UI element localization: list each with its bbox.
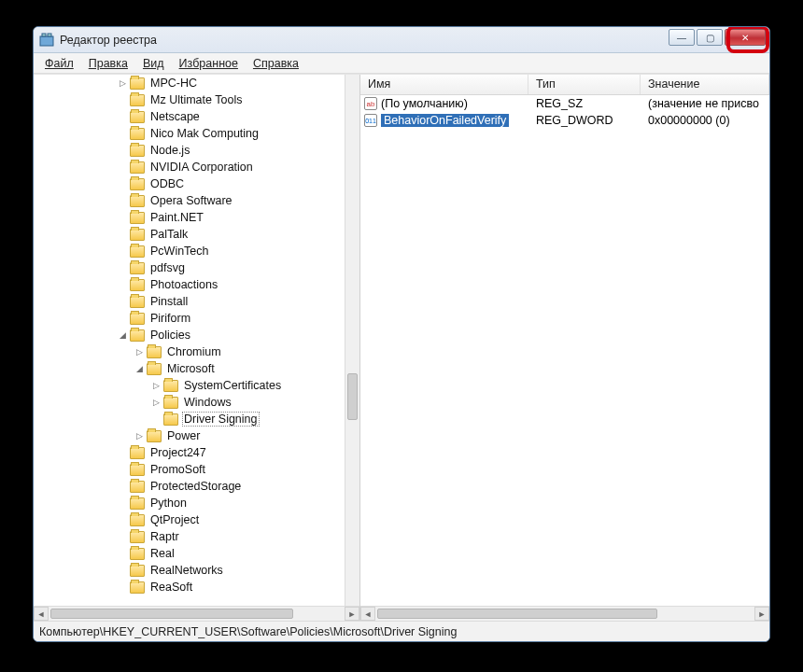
scrollbar-thumb[interactable]	[347, 373, 358, 420]
folder-icon	[130, 111, 145, 123]
menu-view[interactable]: Вид	[135, 55, 172, 72]
tree-node[interactable]: Node.js	[34, 142, 345, 159]
column-type[interactable]: Тип	[528, 75, 641, 94]
expand-placeholder	[118, 498, 128, 509]
folder-icon	[130, 262, 145, 274]
tree-node[interactable]: Nico Mak Computing	[34, 125, 345, 142]
tree-node[interactable]: Real	[34, 545, 345, 562]
tree-node-label: Driver Signing	[182, 412, 260, 427]
expand-icon[interactable]: ▷	[134, 431, 145, 441]
menu-help[interactable]: Справка	[246, 55, 306, 72]
scroll-right-icon[interactable]: ►	[345, 607, 359, 621]
tree-vertical-scrollbar[interactable]	[345, 75, 359, 606]
tree-node[interactable]: ▷Windows	[34, 394, 345, 411]
tree-node-label: Photoactions	[148, 278, 219, 291]
scroll-left-icon[interactable]: ◄	[360, 607, 375, 621]
tree-node-label: Python	[148, 497, 189, 510]
svg-rect-1	[42, 34, 46, 36]
folder-icon	[130, 581, 145, 594]
tree-node[interactable]: ▷SystemCertificates	[34, 377, 345, 394]
tree-node-label: pdfsvg	[148, 261, 187, 274]
tree-node[interactable]: Mz Ultimate Tools	[34, 91, 345, 108]
tree-node[interactable]: Project247	[34, 444, 345, 461]
tree-node[interactable]: Pinstall	[34, 293, 345, 310]
tree-node[interactable]: Driver Signing	[34, 411, 345, 427]
tree-node[interactable]: Paint.NET	[34, 209, 345, 226]
menu-file[interactable]: Файл	[37, 55, 81, 72]
tree-node[interactable]: ◢Microsoft	[34, 360, 345, 377]
tree-node-label: RealNetworks	[148, 564, 225, 577]
tree-node-label: SystemCertificates	[182, 379, 283, 392]
menu-edit[interactable]: Правка	[81, 55, 135, 72]
tree-node[interactable]: ▷Chromium	[34, 343, 345, 360]
tree-node[interactable]: pdfsvg	[34, 259, 345, 276]
close-button[interactable]: ✕	[725, 29, 766, 46]
tree-node-label: Real	[148, 547, 176, 560]
tree-horizontal-scrollbar[interactable]: ◄ ►	[34, 606, 359, 621]
tree-node[interactable]: ReaSoft	[34, 579, 345, 595]
folder-icon	[130, 313, 145, 325]
values-header[interactable]: Имя Тип Значение	[360, 75, 769, 95]
tree-node[interactable]: Opera Software	[34, 192, 345, 209]
tree-node[interactable]: PcWinTech	[34, 243, 345, 259]
tree-node-label: Microsoft	[165, 362, 217, 375]
tree-node-label: Windows	[182, 396, 233, 409]
expand-placeholder	[118, 263, 128, 273]
tree-node[interactable]: ODBC	[34, 175, 345, 192]
tree-node[interactable]: QtProject	[34, 511, 345, 528]
tree-node[interactable]: Piriform	[34, 310, 345, 327]
regedit-window: Редактор реестра — ▢ ✕ Файл Правка Вид И…	[33, 26, 770, 642]
minimize-button[interactable]: —	[669, 29, 695, 46]
tree-node[interactable]: NVIDIA Corporation	[34, 159, 345, 175]
folder-icon	[130, 245, 145, 258]
expand-placeholder	[118, 196, 128, 206]
expand-placeholder	[118, 465, 128, 475]
registry-tree[interactable]: ▷MPC-HCMz Ultimate ToolsNetscapeNico Mak…	[34, 75, 359, 606]
collapse-icon[interactable]: ◢	[134, 364, 145, 374]
tree-node[interactable]: Raptr	[34, 528, 345, 545]
collapse-icon[interactable]: ◢	[118, 330, 128, 341]
scrollbar-thumb[interactable]	[50, 609, 293, 619]
value-row[interactable]: ab(По умолчанию)REG_SZ(значение не присв…	[360, 95, 769, 112]
value-data: 0x00000000 (0)	[641, 114, 769, 127]
menu-favorites[interactable]: Избранное	[172, 55, 246, 72]
tree-node[interactable]: PromoSoft	[34, 461, 345, 478]
titlebar[interactable]: Редактор реестра — ▢ ✕	[34, 27, 769, 53]
tree-node-label: Raptr	[148, 530, 181, 543]
scroll-right-icon[interactable]: ►	[754, 607, 769, 621]
expand-icon[interactable]: ▷	[134, 347, 145, 357]
folder-icon	[130, 329, 145, 342]
expand-placeholder	[118, 129, 128, 139]
expand-icon[interactable]: ▷	[151, 398, 162, 408]
expand-placeholder	[118, 314, 128, 324]
svg-rect-0	[40, 36, 53, 46]
scroll-left-icon[interactable]: ◄	[34, 607, 49, 621]
value-name: (По умолчанию)	[381, 97, 468, 110]
folder-icon	[147, 430, 162, 442]
tree-node[interactable]: ▷Power	[34, 427, 345, 444]
column-name[interactable]: Имя	[360, 75, 528, 94]
scrollbar-thumb[interactable]	[377, 609, 657, 619]
values-pane: Имя Тип Значение ab(По умолчанию)REG_SZ(…	[360, 75, 769, 621]
expand-icon[interactable]: ▷	[151, 381, 162, 391]
tree-node[interactable]: RealNetworks	[34, 562, 345, 579]
column-value[interactable]: Значение	[641, 75, 769, 94]
tree-node[interactable]: ▷MPC-HC	[34, 75, 345, 91]
maximize-button[interactable]: ▢	[697, 29, 723, 46]
expand-placeholder	[118, 549, 128, 559]
tree-node[interactable]: Photoactions	[34, 276, 345, 293]
tree-node-label: PcWinTech	[148, 245, 211, 258]
folder-icon	[163, 413, 178, 426]
expand-placeholder	[118, 179, 128, 189]
values-horizontal-scrollbar[interactable]: ◄ ►	[360, 606, 769, 621]
tree-node-label: Nico Mak Computing	[148, 127, 261, 140]
tree-node[interactable]: ◢Policies	[34, 327, 345, 343]
expand-icon[interactable]: ▷	[118, 78, 128, 89]
value-row[interactable]: 011BehaviorOnFailedVerifyREG_DWORD0x0000…	[360, 112, 769, 129]
menu-bar[interactable]: Файл Правка Вид Избранное Справка	[34, 53, 769, 74]
tree-node[interactable]: ProtectedStorage	[34, 478, 345, 495]
tree-node[interactable]: Netscape	[34, 108, 345, 125]
tree-node[interactable]: PalTalk	[34, 226, 345, 243]
values-list[interactable]: ab(По умолчанию)REG_SZ(значение не присв…	[360, 95, 769, 606]
tree-node[interactable]: Python	[34, 495, 345, 511]
